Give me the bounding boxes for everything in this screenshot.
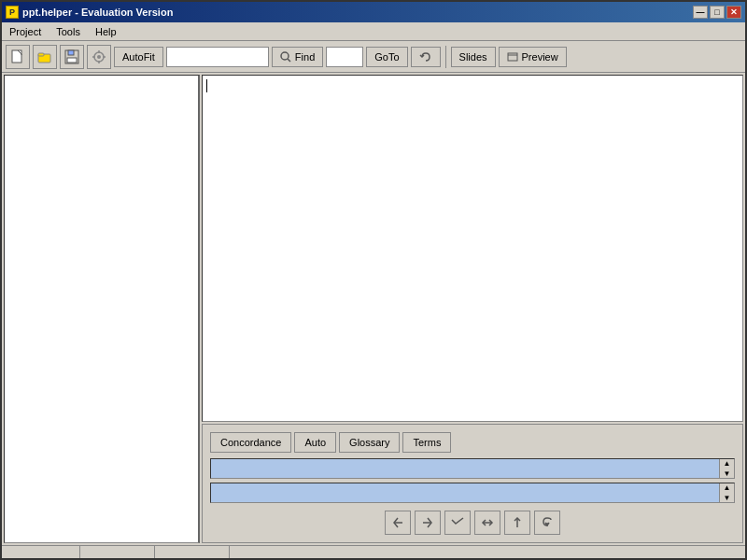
svg-point-7	[97, 55, 101, 59]
minimize-button[interactable]: —	[693, 6, 708, 19]
listbox-1[interactable]: ▲ ▼	[210, 458, 735, 479]
status-segment-1	[6, 546, 80, 560]
save-button[interactable]	[60, 45, 84, 69]
btm-btn-6[interactable]	[534, 511, 560, 535]
text-cursor	[206, 79, 207, 92]
svg-line-13	[288, 59, 290, 62]
svg-rect-2	[38, 53, 44, 56]
btm-btn-3[interactable]	[444, 511, 471, 535]
goto-input[interactable]	[326, 47, 363, 67]
close-button[interactable]: ✕	[726, 6, 741, 19]
listbox-container: ▲ ▼ ▲ ▼	[206, 458, 739, 507]
tab-concordance[interactable]: Concordance	[210, 432, 291, 453]
status-bar	[2, 545, 745, 560]
editor-area[interactable]	[202, 75, 743, 422]
scrollbar-2[interactable]: ▲ ▼	[719, 483, 734, 502]
preview-button[interactable]: Preview	[499, 47, 567, 67]
maximize-button[interactable]: □	[710, 6, 725, 19]
tab-terms[interactable]: Terms	[402, 432, 451, 453]
open-button[interactable]	[33, 45, 57, 69]
search-input[interactable]	[166, 47, 269, 67]
scroll-up-1[interactable]: ▲	[724, 459, 731, 468]
menu-project[interactable]: Project	[2, 24, 49, 39]
bottom-toolbar	[206, 507, 739, 539]
new-button[interactable]	[6, 45, 30, 69]
listbox-2[interactable]: ▲ ▼	[210, 483, 735, 503]
window-controls: — □ ✕	[693, 6, 741, 19]
find-button[interactable]: Find	[272, 47, 323, 67]
main-container: Concordance Auto Glossary Terms ▲ ▼	[2, 73, 745, 545]
status-segment-3	[155, 546, 230, 560]
right-panel: Concordance Auto Glossary Terms ▲ ▼	[200, 75, 743, 543]
settings-button[interactable]	[87, 45, 111, 69]
slides-button[interactable]: Slides	[451, 47, 496, 67]
app-title: ppt.helper - Evaluation Version	[22, 7, 173, 18]
tab-auto[interactable]: Auto	[294, 432, 336, 453]
goto-button[interactable]: GoTo	[366, 47, 407, 67]
scroll-down-2[interactable]: ▼	[724, 494, 731, 502]
app-window: P ppt.helper - Evaluation Version — □ ✕ …	[0, 0, 747, 560]
btm-btn-2[interactable]	[415, 511, 441, 535]
scrollbar-1[interactable]: ▲ ▼	[719, 459, 734, 478]
menu-bar: Project Tools Help	[2, 22, 745, 41]
tab-glossary[interactable]: Glossary	[339, 432, 400, 453]
app-icon: P	[6, 6, 19, 19]
autofit-button[interactable]: AutoFit	[114, 47, 163, 67]
bottom-panel: Concordance Auto Glossary Terms ▲ ▼	[202, 424, 743, 543]
svg-rect-14	[508, 53, 517, 61]
slide-panel	[4, 75, 200, 543]
toolbar: AutoFit Find GoTo Slides Preview	[2, 41, 745, 73]
scroll-down-1[interactable]: ▼	[724, 469, 731, 478]
scroll-up-2[interactable]: ▲	[724, 483, 731, 492]
undo-button[interactable]	[411, 47, 441, 67]
status-segment-2	[80, 546, 155, 560]
menu-tools[interactable]: Tools	[49, 24, 88, 39]
title-bar: P ppt.helper - Evaluation Version — □ ✕	[2, 2, 745, 22]
svg-rect-5	[67, 58, 77, 63]
tab-row: Concordance Auto Glossary Terms	[206, 428, 739, 453]
toolbar-separator	[445, 46, 446, 68]
btm-btn-1[interactable]	[385, 511, 411, 535]
svg-point-12	[281, 52, 289, 60]
menu-help[interactable]: Help	[88, 24, 124, 39]
btm-btn-5[interactable]	[504, 511, 530, 535]
btm-btn-4[interactable]	[474, 511, 500, 535]
svg-rect-4	[68, 50, 74, 55]
